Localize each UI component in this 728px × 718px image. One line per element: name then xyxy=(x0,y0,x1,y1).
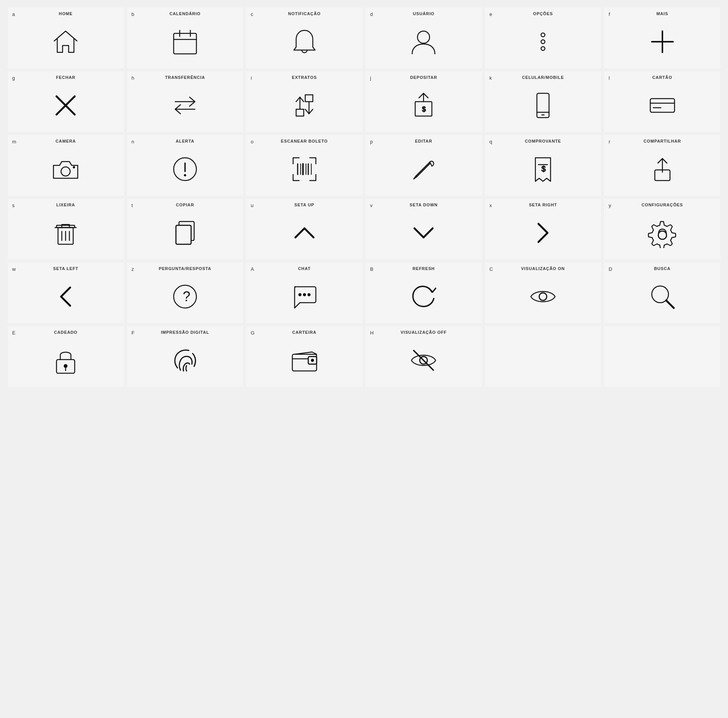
cell-label: CHAT xyxy=(246,266,362,271)
refresh-icon xyxy=(405,278,442,316)
cell-editar: p EDITAR xyxy=(366,135,482,196)
svg-point-4 xyxy=(417,31,430,43)
arrow-down-icon xyxy=(405,214,442,252)
card-icon xyxy=(643,86,681,124)
cell-label: ESCANEAR BOLETO xyxy=(246,139,362,143)
options-icon xyxy=(524,23,562,61)
cell-camera: m CAMERA xyxy=(8,135,124,196)
cell-label: FECHAR xyxy=(8,75,124,80)
cell-escanear: o ESCANEAR BOLETO xyxy=(246,135,362,196)
alert-icon xyxy=(166,150,204,188)
cell-impressao: F IMPRESSÃO DIGITAL xyxy=(127,326,243,387)
cell-seta-left: w SETA LEFT xyxy=(8,262,124,323)
wallet-icon xyxy=(286,341,323,379)
cell-label: HOME xyxy=(8,11,124,16)
svg-point-31 xyxy=(184,174,186,176)
svg-rect-15 xyxy=(296,109,304,116)
cell-lixeira: s LIXEIRA xyxy=(8,199,124,259)
cell-label: BUSCA xyxy=(604,266,720,271)
cell-label: EXTRATOS xyxy=(246,75,362,80)
deposit-icon: $ xyxy=(405,86,442,124)
svg-point-5 xyxy=(541,33,545,37)
home-icon xyxy=(47,23,85,61)
cell-refresh: B REFRESH xyxy=(366,262,482,323)
svg-point-27 xyxy=(61,167,70,176)
cell-label: MAIS xyxy=(604,11,720,16)
cell-usuario: d USUÁRIO xyxy=(366,8,482,68)
cell-visualizacao-on: C VISUALIZAÇÃO ON xyxy=(485,262,601,323)
cell-cadeado: E CADEADO xyxy=(8,326,124,387)
cell-configuracoes: y CONFIGURAÇÕES xyxy=(604,199,720,259)
cell-label: LIXEIRA xyxy=(8,203,124,207)
close-icon xyxy=(47,86,85,124)
cell-label: VISUALIZAÇÃO OFF xyxy=(366,330,482,335)
svg-point-60 xyxy=(308,293,311,296)
fingerprint-icon xyxy=(166,341,204,379)
cell-home: a HOME xyxy=(8,8,124,68)
svg-line-38 xyxy=(416,162,430,176)
cell-label: DEPOSITAR xyxy=(366,75,482,80)
cell-visualizacao-off: H VISUALIZAÇÃO OFF xyxy=(366,326,482,387)
cell-calendario: b CALENDÁRIO xyxy=(127,8,243,68)
cell-transferencia: h TRANSFERÊNCIA xyxy=(127,71,243,132)
eye-on-icon xyxy=(524,278,562,316)
cell-label: CAMERA xyxy=(8,139,124,143)
cell-depositar: j DEPOSITAR $ xyxy=(366,71,482,132)
svg-text:$: $ xyxy=(541,165,546,173)
svg-point-6 xyxy=(541,40,545,44)
cell-label: IMPRESSÃO DIGITAL xyxy=(127,330,243,335)
svg-point-58 xyxy=(298,293,301,296)
svg-rect-51 xyxy=(176,225,191,244)
cell-label: VISUALIZAÇÃO ON xyxy=(485,266,601,271)
cell-pergunta: z PERGUNTA/RESPOSTA ? xyxy=(127,262,243,323)
icon-grid: a HOME b CALENDÁRIO c NOTIFICAÇÃO xyxy=(8,8,720,387)
cell-alerta: n ALERTA xyxy=(127,135,243,196)
receipt-icon: $ xyxy=(524,150,562,188)
notification-icon xyxy=(286,23,323,61)
search-icon xyxy=(643,278,681,316)
cell-label: CARTÃO xyxy=(604,75,720,80)
cell-copiar: t COPIAR xyxy=(127,199,243,259)
svg-text:?: ? xyxy=(183,289,190,304)
faq-icon: ? xyxy=(166,278,204,316)
chat-icon xyxy=(286,278,323,316)
edit-icon xyxy=(405,150,442,188)
transfer-icon xyxy=(166,86,204,124)
user-icon xyxy=(405,23,442,61)
cell-label: CELULAR/MOBILE xyxy=(485,75,601,80)
eye-off-icon xyxy=(405,341,442,379)
cell-label: SETA LEFT xyxy=(8,266,124,271)
cell-extratos: i EXTRATOS xyxy=(246,71,362,132)
cell-label: COMPROVANTE xyxy=(485,139,601,143)
cell-label: COPIAR xyxy=(127,203,243,207)
cell-label: ALERTA xyxy=(127,139,243,143)
share-icon xyxy=(643,150,681,188)
cell-label: CADEADO xyxy=(8,330,124,335)
cell-seta-down: v SETA DOWN xyxy=(366,199,482,259)
arrow-up-icon xyxy=(286,214,323,252)
plus-icon xyxy=(643,23,681,61)
svg-line-39 xyxy=(417,163,430,177)
arrow-left-icon xyxy=(47,278,85,316)
cell-label: COMPARTILHAR xyxy=(604,139,720,143)
svg-point-71 xyxy=(311,359,314,362)
cell-empty-1 xyxy=(485,326,601,387)
trash-icon xyxy=(47,214,85,252)
cell-compartilhar: r COMPARTILHAR xyxy=(604,135,720,196)
calendar-icon xyxy=(166,23,204,61)
svg-text:$: $ xyxy=(422,105,426,113)
arrow-right-icon xyxy=(524,214,562,252)
cell-mobile: k CELULAR/MOBILE xyxy=(485,71,601,132)
cell-seta-up: u SETA UP xyxy=(246,199,362,259)
svg-rect-49 xyxy=(56,225,75,228)
mobile-icon xyxy=(524,86,562,124)
cell-comprovante: q COMPROVANTE $ xyxy=(485,135,601,196)
cell-notificacao: c NOTIFICAÇÃO xyxy=(246,8,362,68)
cell-label: TRANSFERÊNCIA xyxy=(127,75,243,80)
svg-line-64 xyxy=(666,300,674,308)
svg-rect-0 xyxy=(174,33,196,54)
svg-rect-17 xyxy=(305,95,313,102)
svg-point-59 xyxy=(303,293,306,296)
lock-icon xyxy=(47,341,85,379)
copy-icon xyxy=(166,214,204,252)
